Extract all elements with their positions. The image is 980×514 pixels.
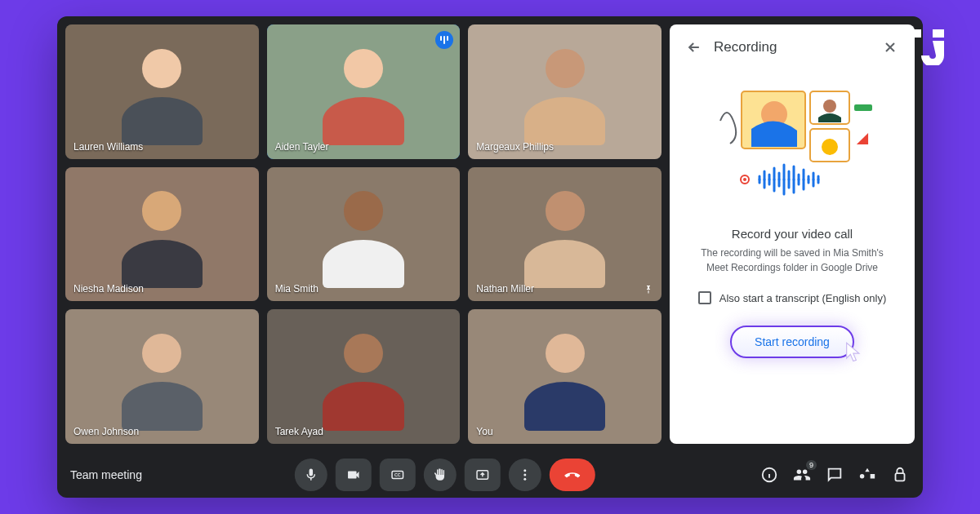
- svg-point-3: [823, 100, 836, 113]
- video-feed: [65, 24, 259, 159]
- video-feed: [468, 24, 662, 159]
- video-feed: [267, 309, 461, 444]
- participant-name: Nathan Miller: [476, 283, 534, 295]
- more-options-button[interactable]: [509, 459, 541, 491]
- video-feed: [65, 309, 259, 444]
- chat-button[interactable]: [825, 465, 844, 485]
- camera-button[interactable]: [336, 459, 372, 491]
- video-feed: [468, 167, 662, 302]
- meet-window: Lauren Williams Aiden Tayler Margeaux Ph…: [57, 16, 923, 498]
- participant-name: Margeaux Phillips: [476, 141, 554, 153]
- mic-button[interactable]: [295, 459, 327, 491]
- cursor-icon: [843, 341, 866, 364]
- participant-name: Niesha Madison: [74, 283, 144, 295]
- video-feed: [65, 167, 259, 302]
- video-tile[interactable]: Nathan Miller: [468, 167, 662, 302]
- svg-rect-6: [854, 104, 872, 111]
- video-tile[interactable]: Mia Smith: [267, 167, 461, 302]
- video-tile[interactable]: Tarek Ayad: [267, 309, 461, 444]
- activities-button[interactable]: [858, 465, 877, 485]
- svg-rect-16: [896, 473, 905, 481]
- svg-point-13: [523, 474, 526, 476]
- participant-name: Tarek Ayad: [275, 426, 323, 437]
- svg-point-12: [523, 469, 526, 472]
- back-icon[interactable]: [686, 39, 702, 55]
- participant-count-badge: 9: [806, 460, 817, 470]
- checkbox-label: Also start a transcript (English only): [719, 292, 886, 304]
- participant-name: You: [476, 426, 492, 437]
- captions-button[interactable]: CC: [380, 459, 416, 491]
- recording-description: The recording will be saved in Mia Smith…: [686, 246, 898, 275]
- video-tile[interactable]: Aiden Tayler: [267, 24, 461, 159]
- video-tile[interactable]: Lauren Williams: [65, 24, 259, 159]
- info-button[interactable]: [760, 465, 779, 485]
- video-tile[interactable]: You: [468, 309, 662, 444]
- video-tile[interactable]: Owen Johnson: [65, 309, 259, 444]
- participant-name: Owen Johnson: [74, 426, 139, 437]
- start-recording-button[interactable]: Start recording: [730, 326, 854, 358]
- svg-text:CC: CC: [394, 472, 401, 477]
- panel-title: Recording: [714, 39, 871, 55]
- meeting-title: Team meeting: [70, 468, 142, 481]
- video-grid: Lauren Williams Aiden Tayler Margeaux Ph…: [57, 16, 670, 452]
- host-controls-button[interactable]: [890, 465, 910, 485]
- pin-icon: [644, 285, 653, 295]
- participant-name: Lauren Williams: [74, 141, 143, 153]
- video-feed: [468, 309, 662, 444]
- recording-panel: Recording: [670, 24, 915, 444]
- svg-point-14: [523, 478, 526, 481]
- raise-hand-button[interactable]: [424, 459, 457, 491]
- video-tile[interactable]: Niesha Madison: [65, 167, 259, 302]
- people-button[interactable]: 9: [792, 465, 812, 485]
- end-call-button[interactable]: [550, 459, 595, 491]
- controls-bar: Team meeting CC: [57, 452, 923, 498]
- recording-illustration: [686, 80, 898, 202]
- recording-heading: Record your video call: [686, 227, 898, 241]
- transcript-checkbox-row[interactable]: Also start a transcript (English only): [686, 291, 898, 304]
- present-button[interactable]: [465, 459, 501, 491]
- participant-name: Mia Smith: [275, 283, 318, 295]
- svg-point-8: [743, 178, 746, 181]
- video-feed: [267, 167, 461, 302]
- checkbox-icon: [698, 291, 711, 304]
- video-feed: [267, 24, 461, 159]
- close-icon[interactable]: [882, 39, 898, 55]
- participant-name: Aiden Tayler: [275, 141, 329, 153]
- video-tile[interactable]: Margeaux Phillips: [468, 24, 662, 159]
- svg-point-5: [822, 139, 838, 155]
